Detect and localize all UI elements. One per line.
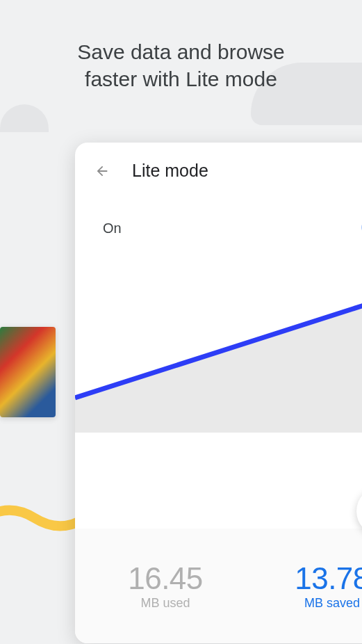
toggle-row[interactable]: On (75, 198, 362, 259)
saved-value: 13.78 (295, 561, 362, 596)
card-title: Lite mode (132, 161, 208, 181)
stat-used: 16.45 MB used (128, 561, 203, 611)
saved-label: MB saved (295, 596, 362, 611)
thumbnail-image (0, 327, 56, 417)
used-value: 16.45 (128, 561, 203, 596)
toggle-label: On (103, 220, 122, 236)
stat-saved: 13.78 MB saved (295, 561, 362, 611)
data-usage-graph (75, 280, 362, 433)
back-arrow-icon[interactable] (94, 163, 110, 179)
card-header: Lite mode (75, 143, 362, 198)
page-headline: Save data and browsefaster with Lite mod… (0, 38, 362, 92)
cloud-decoration (0, 104, 49, 132)
used-label: MB used (128, 596, 203, 611)
stats-panel: 16.45 MB used 13.78 MB saved (75, 529, 362, 643)
wave-decoration (0, 494, 83, 549)
headline-text: Save data and browsefaster with Lite mod… (77, 40, 285, 90)
lite-mode-card: Lite mode On 16.45 MB used 13.78 MB save… (75, 143, 362, 643)
